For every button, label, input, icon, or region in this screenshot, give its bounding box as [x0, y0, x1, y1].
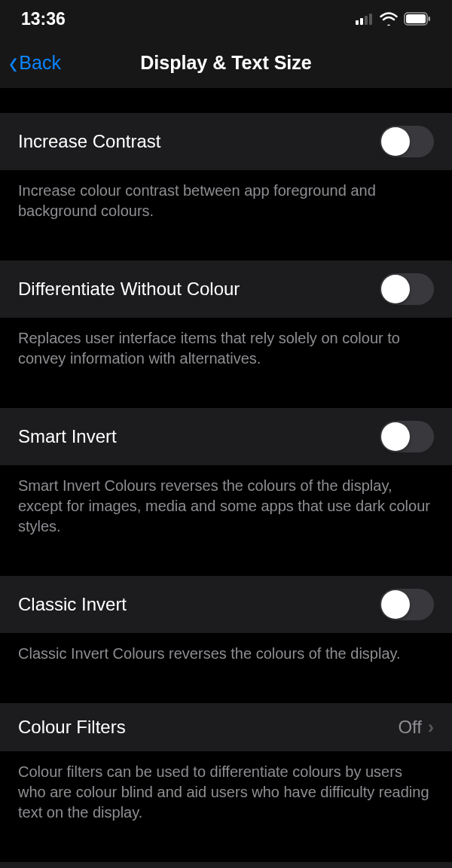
colour-filters-desc: Colour filters can be used to differenti… [0, 751, 452, 838]
svg-rect-5 [406, 14, 426, 23]
svg-rect-0 [356, 20, 359, 25]
classic-invert-toggle[interactable] [380, 589, 434, 620]
smart-invert-row[interactable]: Smart Invert [0, 408, 452, 465]
smart-invert-label: Smart Invert [18, 426, 117, 447]
smart-invert-toggle[interactable] [380, 421, 434, 452]
status-bar: 13:36 [0, 0, 452, 38]
page-title: Display & Text Size [0, 52, 452, 74]
nav-bar: ‹ Back Display & Text Size [0, 38, 452, 89]
chevron-left-icon: ‹ [9, 45, 17, 78]
increase-contrast-desc: Increase colour contrast between app for… [0, 170, 452, 236]
status-icons [356, 12, 431, 26]
section-spacer [0, 679, 452, 703]
wifi-icon [380, 12, 398, 26]
reduce-white-point-row[interactable]: Reduce White Point [0, 862, 452, 868]
increase-contrast-label: Increase Contrast [18, 131, 160, 152]
status-time: 13:36 [21, 9, 66, 29]
back-label: Back [19, 52, 61, 74]
section-spacer [0, 384, 452, 408]
battery-icon [404, 12, 431, 26]
classic-invert-desc: Classic Invert Colours reverses the colo… [0, 633, 452, 679]
cellular-icon [356, 13, 374, 25]
classic-invert-label: Classic Invert [18, 594, 127, 615]
increase-contrast-row[interactable]: Increase Contrast [0, 113, 452, 170]
section-spacer [0, 89, 452, 113]
classic-invert-row[interactable]: Classic Invert [0, 576, 452, 633]
colour-filters-row[interactable]: Colour Filters Off › [0, 703, 452, 751]
chevron-right-icon: › [428, 717, 434, 738]
colour-filters-label: Colour Filters [18, 717, 126, 738]
svg-rect-2 [365, 16, 368, 25]
svg-rect-3 [369, 14, 372, 25]
differentiate-label: Differentiate Without Colour [18, 279, 240, 300]
svg-rect-1 [360, 18, 363, 25]
section-spacer [0, 236, 452, 260]
svg-rect-6 [429, 17, 431, 21]
section-spacer [0, 552, 452, 576]
smart-invert-desc: Smart Invert Colours reverses the colour… [0, 465, 452, 552]
back-button[interactable]: ‹ Back [9, 50, 61, 76]
increase-contrast-toggle[interactable] [380, 126, 434, 157]
differentiate-toggle[interactable] [380, 273, 434, 305]
section-spacer [0, 838, 452, 862]
colour-filters-value: Off [398, 717, 422, 738]
differentiate-row[interactable]: Differentiate Without Colour [0, 260, 452, 318]
differentiate-desc: Replaces user interface items that rely … [0, 318, 452, 384]
